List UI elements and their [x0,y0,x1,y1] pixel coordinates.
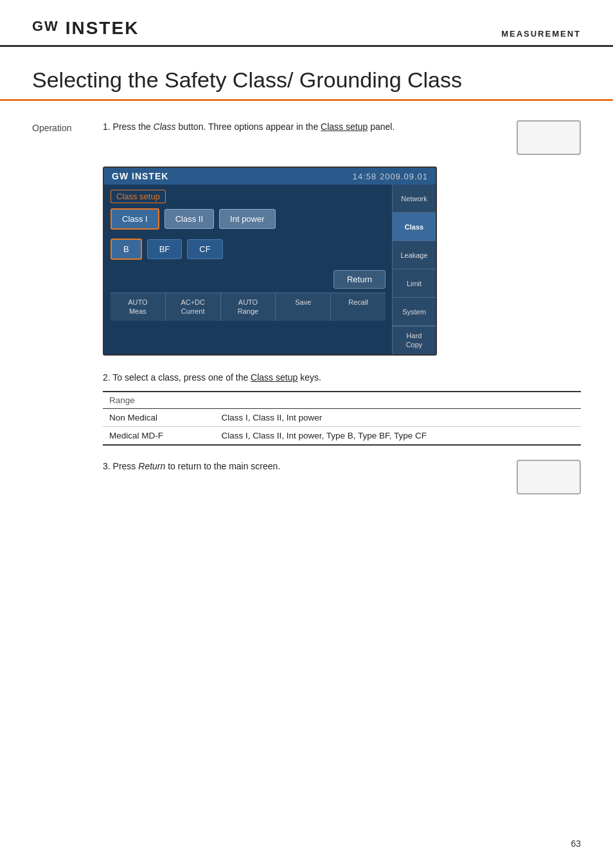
table-row: Medical MD-F Class I, Class II, Int powe… [103,427,581,446]
class-i-button[interactable]: Class I [111,208,159,230]
screen-logo: GW INSTEK [112,171,168,181]
table-cell-value: Class I, Class II, Int power [215,409,581,427]
step-2-text: 2. To select a class, press one of the C… [103,371,581,385]
return-button[interactable]: Return [333,270,386,289]
side-limit[interactable]: Limit [393,269,436,298]
fn-ac-dc-current[interactable]: AC+DCCurrent [166,293,221,321]
screen-time: 14:58 2009.09.01 [353,172,428,181]
type-bf-button[interactable]: BF [147,239,182,259]
side-leakage[interactable]: Leakage [393,241,436,269]
fn-auto-range[interactable]: AUTORange [221,293,276,321]
step-1-number: 1. [103,122,111,132]
step-3-block: 3. Press Return to return to the main sc… [103,460,581,494]
return-button-image [517,460,581,494]
step-1-italic: Class [154,122,176,132]
class-ii-button[interactable]: Class II [164,209,214,229]
operation-section: Operation 1. Press the Class button. Thr… [32,120,581,494]
side-class[interactable]: Class [393,213,436,241]
step-3-text: 3. Press Return to return to the main sc… [103,460,505,474]
screen-main-area: Class setup Class I Class II Int power B… [104,185,392,354]
screen-body: Class setup Class I Class II Int power B… [104,185,436,354]
page-title: Selecting the Safety Class/ Grounding Cl… [0,47,613,101]
side-panel: Network Class Leakage Limit System HardC… [392,185,436,354]
fn-auto-meas[interactable]: AUTOMeas [111,293,166,321]
int-power-button[interactable]: Int power [219,209,275,229]
main-content: Operation 1. Press the Class button. Thr… [0,120,613,494]
fn-recall[interactable]: Recall [331,293,386,321]
type-b-button[interactable]: B [111,239,142,260]
table-cell-label: Medical MD-F [103,427,215,446]
class-button-image [517,120,581,155]
class-buttons-row: Class I Class II Int power [111,208,386,230]
step-1-block: 1. Press the Class button. Three options… [103,120,581,155]
step-2-block: 2. To select a class, press one of the C… [103,371,581,446]
operation-label: Operation [32,120,84,494]
screen-header: GW INSTEK 14:58 2009.09.01 [104,168,436,185]
table-cell-value: Class I, Class II, Int power, Type B, Ty… [215,427,581,446]
type-cf-button[interactable]: CF [187,239,222,259]
return-row: Return [111,266,386,293]
table-header: Range [103,392,215,409]
operation-content: 1. Press the Class button. Three options… [103,120,581,494]
company-logo: GW INSTEK [32,18,139,39]
class-setup-label: Class setup [111,190,166,203]
fn-hard-copy[interactable]: HardCopy [393,326,436,354]
fn-save[interactable]: Save [276,293,331,321]
type-buttons-row: B BF CF [111,239,386,260]
function-keys-row: AUTOMeas AC+DCCurrent AUTORange Save Rec… [111,293,386,321]
table-header-value [215,392,581,409]
table-row: Non Medical Class I, Class II, Int power [103,409,581,427]
step-2-underline: Class setup [251,372,298,383]
table-cell-label: Non Medical [103,409,215,427]
page-header: GW INSTEK MEASUREMENT [0,0,613,47]
step-1-underline: Class setup [321,122,368,132]
device-screen: GW INSTEK 14:58 2009.09.01 Class setup C… [103,167,437,356]
step-1-text: 1. Press the Class button. Three options… [103,120,505,134]
step-3-number: 3. [103,461,111,471]
step-2-number: 2. [103,372,111,383]
section-label: MEASUREMENT [501,29,581,39]
range-table: Range Non Medical Class I, Class II, Int… [103,391,581,446]
step-3-italic: Return [138,461,165,471]
side-network[interactable]: Network [393,185,436,213]
side-system[interactable]: System [393,298,436,326]
page-number: 63 [571,838,581,849]
